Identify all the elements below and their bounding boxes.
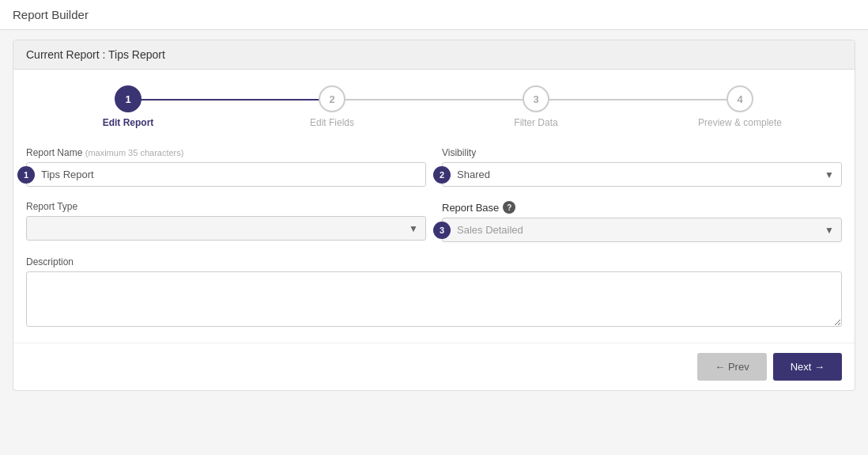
card-header-text: Current Report : Tips Report xyxy=(26,48,165,61)
description-textarea[interactable] xyxy=(26,271,842,327)
step-1-label: Edit Report xyxy=(103,117,154,128)
report-base-select-container: Sales Detailed Sales Summary Inventory ▼ xyxy=(442,218,842,242)
report-name-input[interactable] xyxy=(26,162,426,187)
report-base-label-row: Report Base ? xyxy=(442,201,842,214)
report-base-group: Report Base ? 3 Sales Detailed Sales Sum… xyxy=(442,201,842,242)
form-row-2: Report Type ▼ Report Base ? 3 xyxy=(26,201,842,242)
step-4: 4 Preview & complete xyxy=(638,85,842,128)
report-base-select-wrapper: 3 Sales Detailed Sales Summary Inventory… xyxy=(442,218,842,242)
report-type-label: Report Type xyxy=(26,201,426,212)
step-3-line xyxy=(536,99,740,100)
visibility-select[interactable]: Shared Private Public xyxy=(442,162,842,187)
report-type-select-container: ▼ xyxy=(26,216,426,241)
badge-1: 1 xyxy=(17,166,35,184)
step-2-label: Edit Fields xyxy=(310,117,354,128)
report-type-group: Report Type ▼ xyxy=(26,201,426,242)
badge-3: 3 xyxy=(433,222,451,239)
visibility-select-wrapper: 2 Shared Private Public ▼ xyxy=(442,162,842,187)
page-title: Report Builder xyxy=(0,0,868,30)
report-base-help-icon[interactable]: ? xyxy=(503,201,515,214)
card-body: 1 Edit Report 2 Edit Fields 3 xyxy=(13,70,855,343)
description-group: Description xyxy=(26,256,842,327)
step-2: 2 Edit Fields xyxy=(230,85,434,128)
step-2-circle: 2 xyxy=(319,85,345,112)
form-row-1: Report Name (maximum 35 characters) 1 Vi… xyxy=(26,147,842,187)
page-title-text: Report Builder xyxy=(13,8,89,21)
report-name-input-wrapper: 1 xyxy=(26,162,426,187)
description-label: Description xyxy=(26,256,842,267)
next-button-label: Next → xyxy=(791,361,825,373)
step-1-line xyxy=(128,99,332,100)
prev-button-label: ← Prev xyxy=(715,361,749,373)
step-3-label: Filter Data xyxy=(514,117,557,128)
step-1: 1 Edit Report xyxy=(26,85,230,128)
step-2-line xyxy=(332,99,536,100)
next-button[interactable]: Next → xyxy=(773,353,842,381)
stepper: 1 Edit Report 2 Edit Fields 3 xyxy=(26,85,842,128)
step-3: 3 Filter Data xyxy=(434,85,638,128)
report-name-group: Report Name (maximum 35 characters) 1 xyxy=(26,147,426,187)
main-container: Current Report : Tips Report 1 Edit Repo… xyxy=(0,30,868,400)
step-4-circle: 4 xyxy=(726,85,753,112)
report-name-label: Report Name (maximum 35 characters) xyxy=(26,147,426,158)
step-3-circle: 3 xyxy=(523,85,549,112)
step-4-label: Preview & complete xyxy=(698,117,782,128)
visibility-select-container: Shared Private Public ▼ xyxy=(442,162,842,187)
report-card: Current Report : Tips Report 1 Edit Repo… xyxy=(13,40,855,391)
prev-button[interactable]: ← Prev xyxy=(697,353,766,381)
card-footer: ← Prev Next → xyxy=(13,343,855,390)
step-1-circle: 1 xyxy=(115,85,142,112)
report-base-label: Report Base xyxy=(442,202,499,214)
badge-2: 2 xyxy=(433,166,451,184)
card-header: Current Report : Tips Report xyxy=(13,40,855,70)
max-chars-label: (maximum 35 characters) xyxy=(85,148,184,157)
visibility-group: Visibility 2 Shared Private Public ▼ xyxy=(442,147,842,187)
visibility-label: Visibility xyxy=(442,147,842,158)
report-base-select[interactable]: Sales Detailed Sales Summary Inventory xyxy=(442,218,842,242)
report-type-select[interactable] xyxy=(26,216,426,241)
